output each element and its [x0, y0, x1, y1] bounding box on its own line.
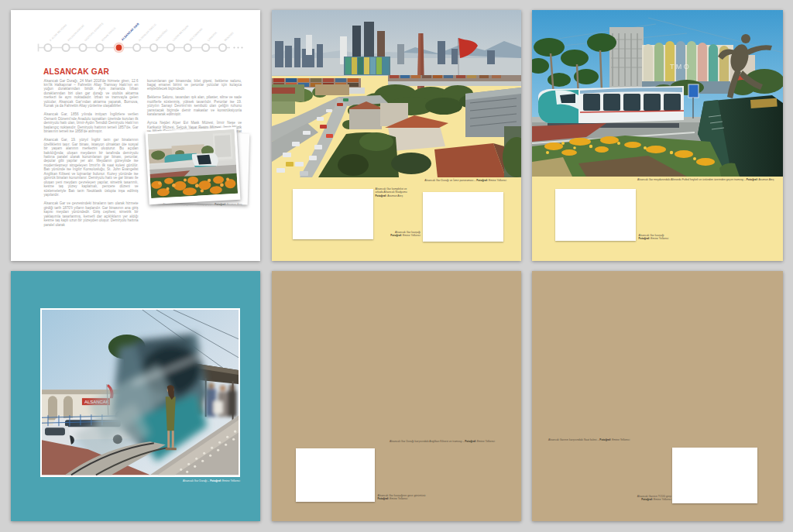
svg-text:KÜLTÜRPARK: KÜLTÜRPARK	[189, 27, 204, 42]
svg-text:MONTRÖ: MONTRÖ	[224, 31, 235, 42]
svg-text:ÇANKAYA: ÇANKAYA	[207, 31, 218, 42]
svg-text:ALSANCAK İSKELE: ALSANCAK İSKELE	[137, 22, 157, 42]
svg-text:KONAK İSKELE: KONAK İSKELE	[101, 26, 118, 43]
svg-text:GÜNDOĞDU: GÜNDOĞDU	[154, 28, 168, 42]
svg-text:T M O: T M O	[670, 63, 689, 70]
svg-text:ALSANCAK GAR: ALSANCAK GAR	[121, 22, 140, 42]
svg-text:F. ALTAY MEYDANI: F. ALTAY MEYDANI	[49, 23, 67, 42]
svg-text:POLİGON ASKERİ: POLİGON ASKERİ	[67, 23, 85, 42]
svg-text:LOZAN MEYDANI: LOZAN MEYDANI	[172, 25, 189, 42]
